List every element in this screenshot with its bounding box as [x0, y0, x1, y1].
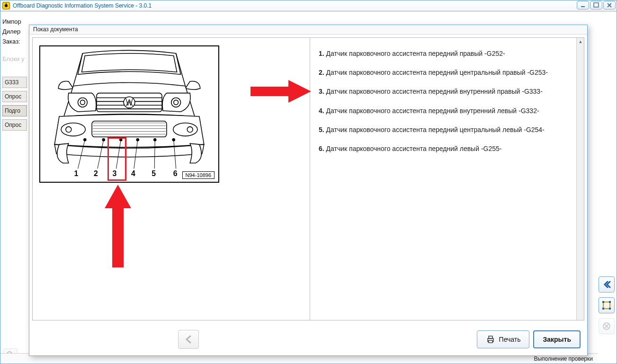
svg-rect-4 [603, 302, 610, 309]
highlight-box [107, 137, 126, 181]
chevrons-left-icon [602, 280, 611, 289]
prev-page-button[interactable] [178, 330, 199, 349]
svg-rect-2 [581, 6, 585, 7]
sensor-label-6: 6 [173, 169, 178, 178]
collapse-panel-button[interactable] [599, 276, 615, 293]
app-icon [2, 2, 10, 9]
svg-rect-6 [609, 301, 611, 303]
close-button[interactable]: Закрыть [533, 330, 581, 348]
bg-muted: Блоки у [2, 55, 27, 62]
svg-rect-21 [92, 121, 167, 137]
print-button[interactable]: Печать [477, 330, 530, 348]
svg-point-28 [173, 123, 197, 136]
scrollbar[interactable]: ▲ [576, 38, 584, 320]
list-item: 6. Датчик парковочного ассистента передн… [319, 144, 576, 153]
diagram-pane: 1 2 3 4 5 6 N94-10896 [33, 38, 310, 320]
svg-point-16 [124, 97, 135, 108]
scroll-up-icon: ▲ [578, 39, 583, 44]
svg-marker-43 [105, 185, 131, 267]
close-label: Закрыть [543, 336, 571, 343]
svg-rect-8 [609, 308, 611, 310]
list-item: 4. Датчик парковочного ассистента передн… [319, 107, 576, 115]
list-item: 5. Датчик парковочного ассистента передн… [319, 125, 576, 134]
modal-title: Показ документа [29, 25, 587, 35]
list-item: 1. Датчик парковочного ассистента передн… [319, 49, 576, 58]
svg-point-0 [5, 4, 8, 7]
annotation-arrow-up [104, 185, 132, 271]
svg-point-20 [174, 100, 179, 105]
bg-line: Заказ: [2, 38, 27, 45]
bg-line: Импор [2, 18, 27, 25]
svg-rect-7 [602, 308, 604, 310]
fit-screen-button[interactable] [599, 297, 615, 313]
svg-rect-47 [489, 340, 492, 343]
minimize-button[interactable] [577, 1, 589, 9]
bg-tab[interactable]: G333 [2, 77, 27, 88]
sensor-label-1: 1 [74, 169, 79, 178]
svg-point-27 [61, 123, 85, 136]
bg-line: Дилер [2, 28, 27, 35]
bg-tab[interactable]: Подго [2, 105, 27, 116]
sensor-label-4: 4 [131, 169, 135, 178]
window-title: Offboard Diagnostic Information System S… [13, 2, 152, 9]
diagram-code: N94-10896 [182, 171, 215, 179]
vehicle-diagram: 1 2 3 4 5 6 N94-10896 [39, 45, 219, 183]
document-modal: Показ документа [29, 25, 588, 356]
window-titlebar: Offboard Diagnostic Information System S… [0, 0, 617, 11]
svg-point-18 [80, 100, 85, 105]
print-label: Печать [499, 336, 521, 343]
background-sidebar: Импор Дилер Заказ: Блоки у G333 Опрос По… [0, 11, 29, 364]
list-item: 3. Датчик парковочного ассистента передн… [319, 87, 576, 96]
fit-screen-icon [602, 301, 611, 310]
list-item: 2. Датчик парковочного ассистента передн… [319, 68, 576, 77]
svg-rect-5 [602, 301, 604, 303]
svg-rect-1 [6, 3, 7, 4]
close-window-button[interactable] [603, 1, 616, 9]
chevron-left-icon [184, 335, 193, 344]
bg-tab[interactable]: Опрос [2, 91, 27, 102]
svg-marker-44 [250, 80, 311, 103]
annotation-arrow-right [250, 78, 312, 106]
printer-icon [486, 335, 495, 344]
cancel-icon [602, 322, 611, 330]
bg-tab[interactable]: Опрос [2, 119, 27, 131]
sensor-label-5: 5 [152, 169, 156, 178]
cancel-rail-button [599, 318, 615, 334]
svg-rect-3 [594, 3, 599, 7]
sensor-list-pane: 1. Датчик парковочного ассистента передн… [310, 38, 584, 320]
status-text: Выполнение проверки [534, 355, 593, 362]
maximize-button[interactable] [590, 1, 602, 9]
svg-rect-46 [489, 336, 492, 338]
sensor-label-2: 2 [94, 169, 98, 178]
svg-point-30 [187, 127, 193, 133]
svg-point-29 [66, 127, 72, 133]
